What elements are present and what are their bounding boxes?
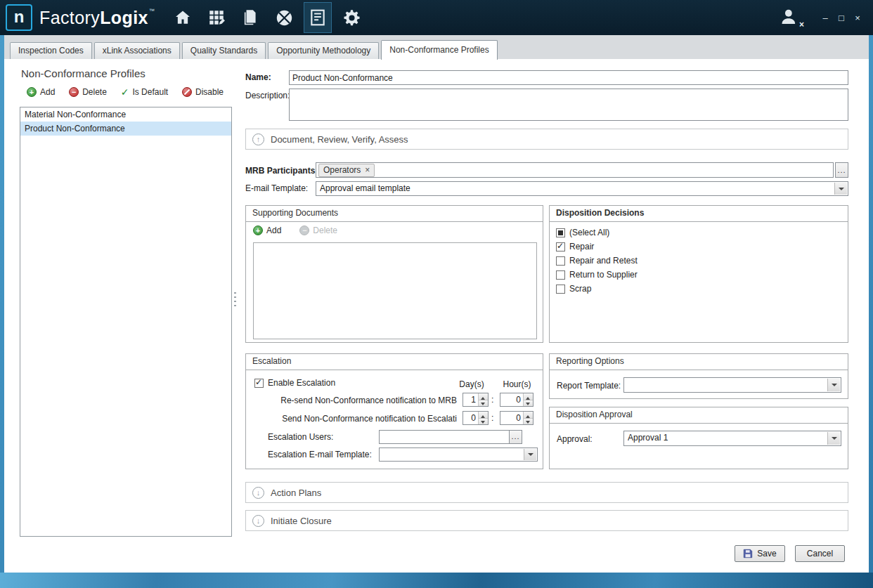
save-label: Save [757, 549, 776, 558]
settings-gear-icon[interactable] [337, 2, 366, 33]
user-logout-icon[interactable]: × [780, 7, 801, 28]
escalation-email-template-combo[interactable] [379, 447, 538, 462]
brand-wordmark: FactoryLogix™ [39, 8, 155, 28]
report-template-combo[interactable] [623, 377, 841, 393]
quality-module-icon[interactable] [304, 2, 332, 33]
checkbox-return-to-supplier[interactable]: Return to Supplier [556, 269, 638, 280]
tab-non-conformance-profiles[interactable]: Non-Conformance Profiles [381, 40, 497, 60]
profile-item-material[interactable]: Material Non-Conformance [20, 107, 231, 122]
profile-delete-button[interactable]: − Delete [69, 87, 107, 97]
logo-letter: n [14, 8, 25, 25]
profiles-list[interactable]: Material Non-Conformance Product Non-Con… [20, 107, 232, 537]
hours-header: Hour(s) [498, 379, 536, 389]
document-delete-button[interactable]: − Delete [299, 226, 337, 235]
escalation-group: Escalation Enable Escalation Day(s) Hour… [245, 353, 543, 469]
section-initiate-closure[interactable]: ↓ Initiate Closure [245, 510, 848, 531]
reporting-options-title: Reporting Options [550, 354, 848, 370]
save-button[interactable]: Save [735, 545, 785, 562]
chip-label: Operators [323, 165, 361, 175]
tab-inspection-codes[interactable]: Inspection Codes [10, 42, 92, 59]
checkbox-icon [254, 379, 264, 388]
titlebar-right: × – □ × [780, 7, 865, 28]
navigator-icon[interactable] [270, 2, 298, 33]
expand-arrow-down-icon[interactable]: ↓ [252, 487, 264, 499]
checkbox-icon [556, 256, 565, 266]
client-area: Inspection Codes xLink Associations Qual… [4, 35, 869, 573]
section-document-review-verify-assess[interactable]: ↑ Document, Review, Verify, Assess [245, 129, 848, 150]
spin-up-icon[interactable] [524, 393, 533, 400]
spin-down-icon[interactable] [479, 418, 488, 425]
add-label: Add [266, 226, 281, 235]
mrb-hours-spinner[interactable]: 0 [500, 393, 534, 407]
description-input[interactable] [289, 89, 848, 121]
checkbox-enable-escalation[interactable]: Enable Escalation [254, 377, 335, 388]
resend-mrb-label: Re-send Non-Conformance notification to … [252, 396, 457, 405]
collapse-arrow-up-icon[interactable]: ↑ [252, 133, 264, 145]
checkbox-select-all[interactable]: (Select All) [556, 227, 609, 238]
close-button[interactable]: × [851, 13, 865, 23]
titlebar: n FactoryLogix™ × [0, 0, 873, 35]
app-nav [166, 0, 368, 35]
chip-remove-icon[interactable]: × [365, 166, 370, 174]
section-action-plans[interactable]: ↓ Action Plans [245, 482, 848, 503]
checkbox-repair[interactable]: Repair [556, 241, 594, 252]
disable-label: Disable [195, 87, 224, 97]
chevron-down-icon[interactable] [827, 432, 840, 445]
tab-xlink-associations[interactable]: xLink Associations [94, 42, 180, 59]
tab-opportunity-methodology[interactable]: Opportunity Methodology [268, 42, 379, 59]
supporting-documents-group: Supporting Documents + Add − Delete [245, 205, 543, 343]
escalation-days-spinner[interactable]: 0 [463, 411, 489, 425]
spin-up-icon[interactable] [479, 393, 488, 400]
checkbox-repair-and-retest[interactable]: Repair and Retest [556, 255, 638, 266]
save-disk-icon [743, 549, 753, 558]
email-template-combo[interactable]: Approval email template [316, 181, 848, 196]
spin-up-icon[interactable] [524, 412, 533, 418]
spin-down-icon[interactable] [524, 418, 533, 425]
production-grid-icon[interactable] [202, 2, 231, 33]
mrb-browse-button[interactable]: ... [835, 162, 848, 178]
email-template-value: Approval email template [320, 182, 834, 195]
disposition-approval-title: Disposition Approval [550, 407, 848, 424]
minimize-button[interactable]: – [818, 13, 832, 23]
escalation-hours-spinner[interactable]: 0 [500, 411, 534, 425]
spin-up-icon[interactable] [479, 412, 488, 418]
mrb-days-spinner[interactable]: 1 [463, 393, 489, 407]
profile-item-product[interactable]: Product Non-Conformance [20, 122, 231, 136]
documents-icon[interactable] [236, 2, 264, 33]
document-add-button[interactable]: + Add [253, 226, 281, 235]
chevron-down-icon[interactable] [524, 449, 536, 460]
tab-quality-standards[interactable]: Quality Standards [182, 42, 266, 59]
tab-bar: Inspection Codes xLink Associations Qual… [4, 35, 869, 60]
profile-disable-button[interactable]: Disable [182, 87, 224, 97]
checkbox-scrap[interactable]: Scrap [556, 283, 591, 294]
home-icon[interactable] [169, 2, 197, 33]
profile-is-default-button[interactable]: ✓ Is Default [121, 87, 168, 97]
supporting-documents-toolbar: + Add − Delete [253, 226, 337, 235]
participant-chip: Operators × [318, 164, 375, 177]
escalation-email-template-label: Escalation E-mail Template: [268, 450, 372, 459]
app-window: n FactoryLogix™ × [0, 0, 873, 588]
profile-add-button[interactable]: + Add [27, 87, 55, 97]
approval-combo[interactable]: Approval 1 [623, 431, 841, 446]
spin-down-icon[interactable] [479, 400, 488, 407]
maximize-button[interactable]: □ [834, 13, 848, 23]
mrb-participants-field[interactable]: Operators × [316, 162, 834, 178]
supporting-documents-list[interactable] [253, 242, 537, 339]
chevron-down-icon[interactable] [827, 379, 840, 391]
escalation-users-browse-button[interactable]: ... [509, 430, 522, 444]
check-icon: ✓ [121, 87, 129, 97]
name-input[interactable] [289, 70, 848, 85]
checkbox-icon [556, 270, 565, 280]
escalation-users-input[interactable] [379, 430, 510, 444]
expand-arrow-down-icon[interactable]: ↓ [252, 515, 264, 527]
add-icon: + [253, 226, 263, 235]
profile-form: Name: Description: ↑ Document, Review, V… [241, 69, 848, 573]
spin-down-icon[interactable] [524, 400, 533, 407]
cancel-button[interactable]: Cancel [795, 545, 845, 562]
reporting-options-group: Reporting Options Report Template: [549, 353, 848, 399]
panel-splitter[interactable] [233, 291, 237, 309]
chevron-down-icon[interactable] [834, 183, 847, 195]
logout-x-icon: × [799, 20, 804, 30]
disposition-approval-group: Disposition Approval Approval: Approval … [549, 407, 848, 469]
report-template-label: Report Template: [557, 381, 621, 391]
